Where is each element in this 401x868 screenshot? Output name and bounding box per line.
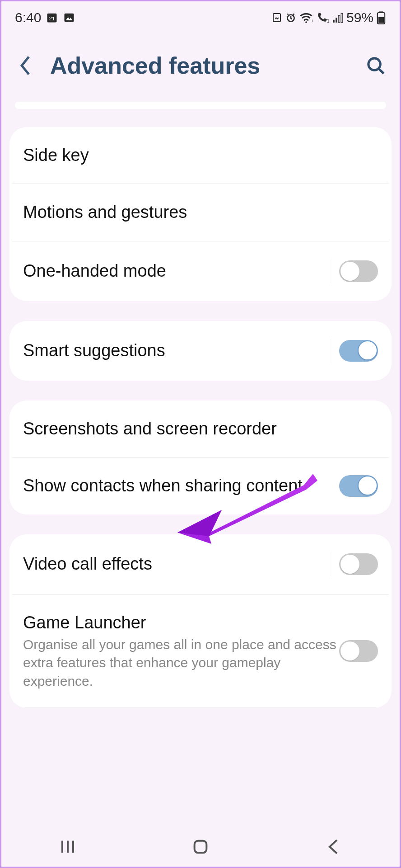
svg-rect-23 <box>195 841 207 853</box>
svg-text:+: + <box>311 19 313 24</box>
row-side-key[interactable]: Side key <box>9 127 392 184</box>
scroll-indicator <box>15 102 386 109</box>
row-game-launcher[interactable]: Game Launcher Organise all your games al… <box>12 594 389 708</box>
svg-text:21: 21 <box>49 15 55 21</box>
row-description: Organise all your games all in one place… <box>23 636 339 691</box>
row-title: Motions and gestures <box>23 201 378 223</box>
volte-icon: 1 <box>316 12 329 24</box>
row-title: Screenshots and screen recorder <box>23 418 378 440</box>
svg-rect-10 <box>336 18 337 23</box>
navigation-bar <box>1 827 400 867</box>
search-button[interactable] <box>364 54 387 77</box>
row-show-contacts-sharing[interactable]: Show contacts when sharing content <box>12 457 389 514</box>
row-one-handed-mode[interactable]: One-handed mode <box>12 241 389 301</box>
row-title: Game Launcher <box>23 612 339 634</box>
card-smart-suggestions: Smart suggestions <box>9 321 392 381</box>
battery-percent: 59% <box>346 10 373 25</box>
nav-back-button[interactable] <box>320 833 347 860</box>
svg-rect-15 <box>378 17 384 23</box>
separator <box>329 259 329 284</box>
row-motions-gestures[interactable]: Motions and gestures <box>12 184 389 241</box>
back-button[interactable] <box>14 54 37 77</box>
row-title: Smart suggestions <box>23 340 322 362</box>
separator <box>329 552 329 577</box>
svg-point-6 <box>305 21 307 23</box>
signal-icon <box>332 12 344 23</box>
svg-rect-9 <box>333 20 335 23</box>
page-title: Advanced features <box>50 52 364 79</box>
status-bar: 6:40 21 + 1 59% <box>1 1 400 34</box>
wifi-icon: + <box>299 12 313 24</box>
toggle-game-launcher[interactable] <box>339 640 378 662</box>
row-screenshots-recorder[interactable]: Screenshots and screen recorder <box>9 401 392 457</box>
status-time: 6:40 <box>15 10 41 25</box>
row-title: One-handed mode <box>23 260 322 282</box>
svg-line-17 <box>379 69 383 73</box>
toggle-one-handed-mode[interactable] <box>339 260 378 282</box>
home-button[interactable] <box>187 833 214 860</box>
recycle-icon <box>271 12 282 23</box>
row-title: Show contacts when sharing content <box>23 475 339 497</box>
row-smart-suggestions[interactable]: Smart suggestions <box>9 321 392 381</box>
battery-icon <box>376 11 386 24</box>
toggle-video-call-effects[interactable] <box>339 553 378 575</box>
calendar-icon: 21 <box>46 11 58 24</box>
separator <box>329 338 329 363</box>
card-sharing: Screenshots and screen recorder Show con… <box>9 401 392 514</box>
svg-point-16 <box>368 58 380 70</box>
status-left: 6:40 21 <box>15 10 75 25</box>
svg-text:1: 1 <box>327 19 329 24</box>
svg-rect-11 <box>338 15 340 23</box>
row-title: Video call effects <box>23 553 322 575</box>
row-video-call-effects[interactable]: Video call effects <box>9 534 392 594</box>
alarm-icon <box>285 12 297 24</box>
toggle-show-contacts-sharing[interactable] <box>339 475 378 497</box>
gallery-icon <box>63 11 75 24</box>
svg-rect-2 <box>65 14 74 22</box>
card-video-game: Video call effects Game Launcher Organis… <box>9 534 392 708</box>
svg-rect-12 <box>341 13 343 22</box>
toggle-smart-suggestions[interactable] <box>339 340 378 362</box>
row-title: Side key <box>23 144 378 166</box>
status-right: + 1 59% <box>271 10 386 25</box>
header: Advanced features <box>1 34 400 102</box>
recents-button[interactable] <box>54 833 81 860</box>
card-input-shortcuts: Side key Motions and gestures One-handed… <box>9 127 392 301</box>
svg-rect-14 <box>379 11 383 13</box>
